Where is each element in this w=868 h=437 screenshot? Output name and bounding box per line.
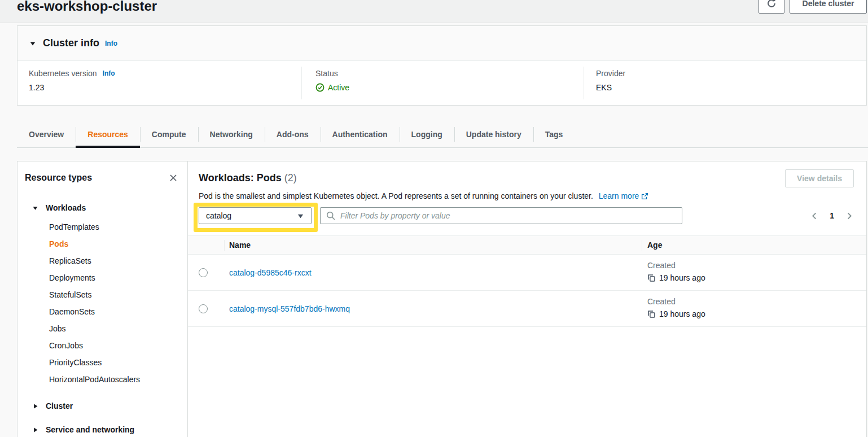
tab-tags[interactable]: Tags <box>533 121 575 147</box>
row-radio-button[interactable] <box>199 304 208 313</box>
status-label: Status <box>315 69 349 78</box>
pods-list-panel: Workloads: Pods (2) View details Pod is … <box>188 161 866 437</box>
delete-cluster-button[interactable]: Delete cluster <box>790 0 867 14</box>
status-value: Active <box>315 83 349 92</box>
tree-group-cluster[interactable]: Cluster <box>24 400 181 412</box>
tab-overview[interactable]: Overview <box>17 121 76 147</box>
age-cell: Created 19 hours ago <box>647 261 705 282</box>
resources-panel: Resource types Workloads PodTemplates Po… <box>17 161 867 437</box>
sidebar-item-priorityclasses[interactable]: PriorityClasses <box>49 354 181 371</box>
kubernetes-version-info-link[interactable]: Info <box>103 69 115 77</box>
namespace-filter-dropdown[interactable]: catalog <box>199 207 312 224</box>
sidebar-item-daemonsets[interactable]: DaemonSets <box>49 303 181 320</box>
tab-compute[interactable]: Compute <box>140 121 198 147</box>
external-link-icon <box>641 193 648 200</box>
pods-description: Pod is the smallest and simplest Kuberne… <box>199 191 648 200</box>
tab-add-ons[interactable]: Add-ons <box>265 121 321 147</box>
column-header-age[interactable]: Age <box>647 241 662 250</box>
refresh-icon <box>766 0 777 8</box>
kubernetes-version-field: Kubernetes version Info 1.23 <box>29 69 115 92</box>
cluster-info-body: Kubernetes version Info 1.23 Status Acti… <box>17 61 866 105</box>
search-input[interactable] <box>340 211 676 220</box>
field-divider <box>584 67 584 99</box>
table-row: catalog-mysql-557fdb7bd6-hwxmq Created 1… <box>188 291 866 327</box>
pods-table-header: Name Age <box>188 235 866 255</box>
learn-more-link[interactable]: Learn more <box>599 191 649 200</box>
age-cell: Created 19 hours ago <box>647 297 705 318</box>
next-page-icon[interactable] <box>845 212 853 220</box>
cluster-info-card: Cluster info Info Kubernetes version Inf… <box>17 25 867 106</box>
sidebar-item-pods[interactable]: Pods <box>49 235 181 252</box>
pods-count: (2) <box>284 172 297 183</box>
provider-label: Provider <box>596 69 625 78</box>
page-header: eks-workshop-cluster Delete cluster <box>0 0 868 23</box>
tree-group-service-and-networking[interactable]: Service and networking <box>24 424 181 435</box>
column-divider <box>224 240 225 251</box>
caret-down-icon <box>32 205 38 211</box>
resource-types-tree: Workloads PodTemplates Pods ReplicaSets … <box>24 202 181 435</box>
kubernetes-version-value: 1.23 <box>29 83 115 92</box>
tab-authentication[interactable]: Authentication <box>321 121 400 147</box>
cluster-tabs: Overview Resources Compute Networking Ad… <box>17 121 868 148</box>
kubernetes-version-label: Kubernetes version Info <box>29 69 115 78</box>
sidebar-item-podtemplates[interactable]: PodTemplates <box>49 218 181 235</box>
pod-name-link[interactable]: catalog-mysql-557fdb7bd6-hwxmq <box>229 304 350 313</box>
dropdown-value: catalog <box>206 211 231 220</box>
previous-page-icon[interactable] <box>810 212 819 220</box>
status-badge: Active <box>328 83 349 92</box>
page-title: eks-workshop-cluster <box>17 0 157 15</box>
pods-filter-searchbox[interactable] <box>320 207 682 224</box>
close-icon[interactable] <box>169 173 178 182</box>
column-divider <box>642 240 642 251</box>
cluster-info-header[interactable]: Cluster info Info <box>17 26 866 61</box>
provider-value: EKS <box>596 83 625 92</box>
row-radio-button[interactable] <box>199 268 208 277</box>
cluster-info-title: Cluster info <box>43 37 99 49</box>
pods-panel-title: Workloads: Pods (2) <box>199 172 297 184</box>
caret-down-icon <box>29 40 36 47</box>
table-row: catalog-d5985c46-rxcxt Created 19 hours … <box>188 255 866 291</box>
cluster-info-info-link[interactable]: Info <box>105 40 117 47</box>
view-details-button[interactable]: View details <box>785 169 854 187</box>
tab-logging[interactable]: Logging <box>400 121 454 147</box>
resource-types-sidebar: Resource types Workloads PodTemplates Po… <box>17 161 188 437</box>
sidebar-item-cronjobs[interactable]: CronJobs <box>49 337 181 354</box>
tree-group-workloads[interactable]: Workloads <box>24 202 181 213</box>
field-divider <box>301 67 302 99</box>
sidebar-item-replicasets[interactable]: ReplicaSets <box>49 252 181 269</box>
sidebar-item-jobs[interactable]: Jobs <box>49 320 181 337</box>
status-check-icon <box>315 83 325 92</box>
current-page-number[interactable]: 1 <box>830 211 834 220</box>
search-icon <box>326 211 335 220</box>
status-field: Status Active <box>315 69 349 92</box>
tab-resources[interactable]: Resources <box>76 121 140 147</box>
chevron-down-icon <box>297 212 304 220</box>
provider-field: Provider EKS <box>596 69 625 92</box>
sidebar-item-deployments[interactable]: Deployments <box>49 269 181 286</box>
resource-types-title: Resource types <box>25 173 92 183</box>
caret-right-icon <box>32 403 38 409</box>
column-header-name[interactable]: Name <box>229 241 251 250</box>
caret-right-icon <box>32 427 38 433</box>
copy-icon[interactable] <box>647 274 656 282</box>
pod-name-link[interactable]: catalog-d5985c46-rxcxt <box>229 268 312 277</box>
sidebar-item-horizontalpodautoscalers[interactable]: HorizontalPodAutoscalers <box>49 371 181 388</box>
copy-icon[interactable] <box>647 310 656 318</box>
tab-networking[interactable]: Networking <box>198 121 265 147</box>
tab-update-history[interactable]: Update history <box>454 121 533 147</box>
sidebar-item-statefulsets[interactable]: StatefulSets <box>49 286 181 303</box>
refresh-button[interactable] <box>759 0 784 14</box>
pagination: 1 <box>810 207 853 224</box>
